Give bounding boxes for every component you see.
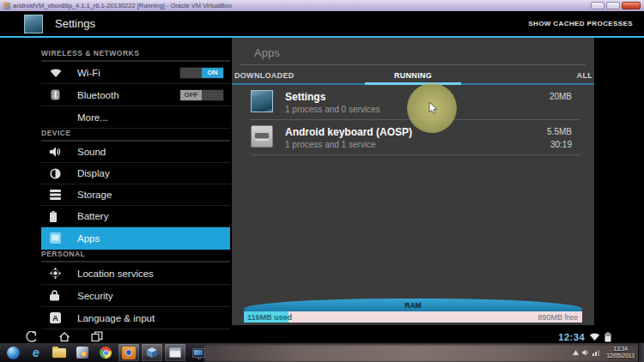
- process-name: Android keyboard (AOSP): [285, 126, 412, 138]
- android-screen: Settings SHOW CACHED PROCESSES WIRELESS …: [0, 11, 644, 343]
- tray-network-icon[interactable]: [592, 349, 600, 356]
- sidebar-item-label: Battery: [77, 211, 108, 221]
- settings-process-icon: [251, 90, 273, 112]
- sidebar-item-bluetooth[interactable]: Bluetooth OFF: [41, 84, 230, 106]
- taskbar-item-orange-app[interactable]: [118, 344, 139, 361]
- tray-date: 12/05/2013: [606, 353, 635, 359]
- show-cached-processes-button[interactable]: SHOW CACHED PROCESSES: [528, 20, 633, 27]
- sidebar-item-label: Display: [77, 168, 110, 178]
- windows-start-orb-icon: [7, 347, 20, 359]
- sidebar-item-apps[interactable]: Apps: [41, 227, 230, 250]
- sidebar-item-storage[interactable]: Storage: [41, 184, 230, 206]
- monitor-icon: [192, 348, 205, 358]
- settings-sidebar: WIRELESS & NETWORKS Wi-Fi ON Bluet: [0, 38, 232, 330]
- mouse-cursor: [428, 102, 439, 115]
- sidebar-item-more[interactable]: More...: [41, 106, 230, 129]
- taskbar-item-chrome[interactable]: [95, 344, 116, 361]
- sidebar-item-display[interactable]: Display: [41, 163, 230, 184]
- sound-icon: [50, 147, 61, 157]
- vbox-titlebar[interactable]: androidVM_vbox86p_4.1.1_r6.1-20130222 [R…: [0, 0, 644, 11]
- tab-running[interactable]: RUNNING: [394, 71, 432, 80]
- sidebar-item-label: Security: [77, 291, 113, 301]
- apps-icon: [50, 232, 61, 244]
- taskbar-item-internet-explorer[interactable]: [26, 344, 46, 361]
- sidebar-item-label: Apps: [77, 233, 100, 244]
- display-brightness-icon: [50, 168, 61, 179]
- system-tray: 13:34 12/05/2013: [573, 343, 637, 362]
- bluetooth-icon: [50, 89, 61, 100]
- status-battery-icon: [605, 332, 611, 342]
- window-title: androidVM_vbox86p_4.1.1_r6.1-20130222 [R…: [13, 2, 232, 9]
- process-detail: 1 process and 1 service: [285, 140, 412, 149]
- sidebar-item-label: Bluetooth: [77, 90, 119, 100]
- ram-used-label: 116MB used: [247, 313, 292, 322]
- close-button[interactable]: [622, 2, 641, 9]
- page-title: Settings: [55, 17, 95, 30]
- maximize-button[interactable]: [606, 2, 620, 9]
- sidebar-item-security[interactable]: Security: [41, 285, 230, 307]
- status-wifi-icon: [589, 332, 600, 341]
- android-clock[interactable]: 12:34: [558, 332, 585, 342]
- tab-downloaded[interactable]: DOWNLOADED: [234, 71, 295, 80]
- taskbar-item-explorer[interactable]: [49, 344, 70, 361]
- bluetooth-toggle[interactable]: OFF: [179, 89, 224, 101]
- process-detail: 1 process and 0 services: [285, 105, 380, 114]
- divider: [251, 154, 580, 155]
- android-system-bar: 12:34: [0, 330, 644, 343]
- start-button[interactable]: [3, 344, 23, 361]
- taskbar-item-display-app[interactable]: [188, 344, 209, 361]
- sidebar-item-language[interactable]: A Language & input: [41, 307, 230, 329]
- sidebar-item-label: Language & input: [77, 313, 155, 323]
- storage-icon: [50, 190, 61, 200]
- sidebar-item-label: More...: [77, 112, 108, 123]
- virtualbox-cube-icon: [146, 347, 158, 359]
- bluetooth-toggle-state: OFF: [180, 90, 202, 100]
- ram-free-label: 890MB free: [538, 313, 578, 322]
- panel-title: Apps: [254, 46, 594, 59]
- sidebar-item-sound[interactable]: Sound: [41, 142, 230, 163]
- process-memory: 20MB: [550, 92, 572, 101]
- back-button[interactable]: [26, 331, 38, 342]
- orange-app-icon: [122, 347, 136, 359]
- chrome-icon: [100, 347, 112, 359]
- ram-usage-bar: 116MB used 890MB free: [244, 311, 582, 323]
- sidebar-item-label: Sound: [77, 147, 106, 157]
- vm-window-icon: [3, 3, 10, 9]
- section-header-wireless: WIRELESS & NETWORKS: [41, 48, 230, 62]
- taskbar-item-virtualbox[interactable]: [142, 344, 162, 361]
- sidebar-item-label: Wi-Fi: [77, 68, 100, 78]
- keyboard-process-icon: [251, 125, 273, 148]
- tray-time: 13:34: [614, 346, 628, 353]
- process-memory: 5.5MB: [547, 127, 572, 136]
- divider: [240, 64, 586, 65]
- apps-tab-bar: DOWNLOADED RUNNING ALL: [232, 67, 594, 85]
- tray-volume-icon[interactable]: [582, 349, 589, 356]
- wifi-icon: [50, 68, 62, 78]
- folder-icon: [52, 348, 66, 358]
- show-desktop-button[interactable]: [638, 343, 644, 362]
- sidebar-item-location[interactable]: Location services: [41, 262, 230, 285]
- svg-text:A: A: [52, 314, 58, 323]
- windows-taskbar: 13:34 12/05/2013: [0, 343, 644, 362]
- taskbar-clock[interactable]: 13:34 12/05/2013: [604, 346, 637, 359]
- media-player-icon: [76, 347, 88, 359]
- sidebar-item-label: Storage: [77, 190, 112, 200]
- process-time: 30:19: [547, 140, 572, 149]
- sidebar-item-wifi[interactable]: Wi-Fi ON: [41, 62, 230, 84]
- minimize-button[interactable]: [591, 2, 605, 9]
- sidebar-item-battery[interactable]: Battery: [41, 206, 230, 227]
- lock-icon: [50, 290, 59, 301]
- apps-panel: Apps DOWNLOADED RUNNING ALL Settings 1 p…: [232, 38, 594, 325]
- settings-app-icon: [24, 15, 43, 33]
- tray-hidden-icons-arrow[interactable]: [573, 350, 579, 355]
- section-header-device: DEVICE: [41, 129, 230, 142]
- recent-apps-button[interactable]: [91, 331, 103, 342]
- wifi-toggle[interactable]: ON: [179, 67, 224, 79]
- taskbar-item-media-player[interactable]: [72, 344, 93, 361]
- ram-usage-section: RAM 116MB used 890MB free: [232, 299, 594, 325]
- language-input-icon: A: [50, 312, 61, 323]
- battery-icon: [50, 211, 57, 222]
- taskbar-item-window-app[interactable]: [165, 344, 185, 361]
- tab-all[interactable]: ALL: [577, 71, 592, 80]
- home-button[interactable]: [58, 331, 70, 342]
